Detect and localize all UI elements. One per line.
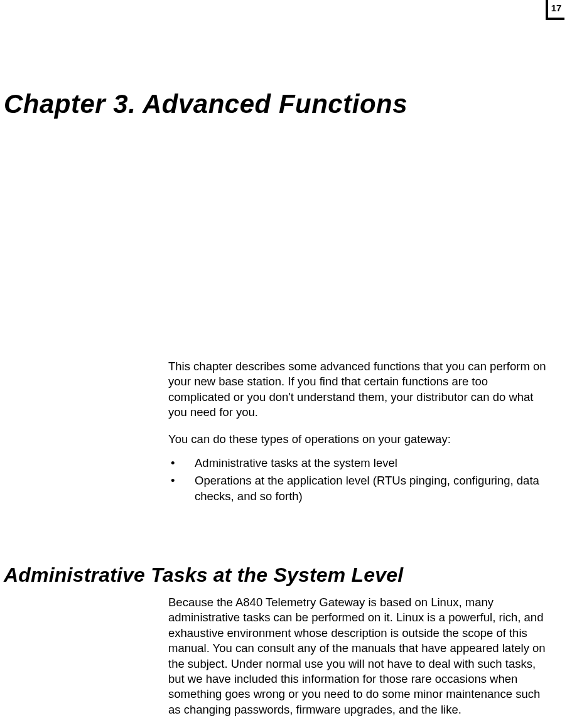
- intro-paragraph: This chapter describes some advanced fun…: [168, 359, 548, 420]
- intro-content: This chapter describes some advanced fun…: [168, 359, 548, 506]
- chapter-title: Chapter 3. Advanced Functions: [4, 89, 407, 119]
- page-number-corner: 17: [546, 0, 564, 20]
- section-paragraph: Because the A840 Telemetry Gateway is ba…: [168, 595, 548, 717]
- section-body: Because the A840 Telemetry Gateway is ba…: [168, 595, 548, 728]
- section-heading: Administrative Tasks at the System Level: [4, 564, 403, 587]
- operations-list: Administrative tasks at the system level…: [168, 456, 548, 504]
- page-number: 17: [551, 3, 562, 13]
- operations-intro: You can do these types of operations on …: [168, 432, 548, 447]
- list-item: Operations at the application level (RTU…: [168, 473, 548, 504]
- list-item: Administrative tasks at the system level: [168, 456, 548, 471]
